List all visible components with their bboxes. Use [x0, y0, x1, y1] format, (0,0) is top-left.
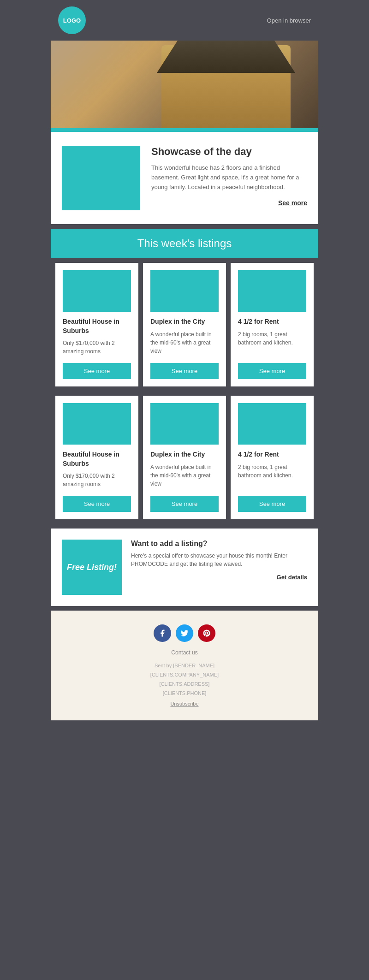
listings-title: This week's listings — [137, 237, 232, 249]
listings-grid-row2: Beautiful House in Suburbs Only $170,000… — [51, 391, 318, 524]
listing-btn-5[interactable]: See more — [150, 496, 219, 512]
hero-roof — [157, 41, 295, 73]
sender-name: Sent by [SENDER_NAME] — [60, 661, 309, 671]
listing-title-5: Duplex in the City — [150, 450, 219, 459]
open-browser-link[interactable]: Open in browser — [267, 17, 311, 24]
listing-image-1 — [63, 270, 131, 312]
unsubscribe-link[interactable]: Unsubscribe — [60, 701, 309, 707]
footer-info: Sent by [SENDER_NAME] [CLIENTS.COMPANY_N… — [60, 661, 309, 698]
pinterest-icon[interactable] — [198, 624, 215, 642]
showcase-description: This wonderful house has 2 floors and a … — [151, 163, 307, 192]
listing-image-2 — [150, 270, 219, 312]
free-listing-box: Free Listing! — [62, 540, 122, 595]
logo: LOGO — [58, 6, 86, 34]
listing-card-4: Beautiful House in Suburbs Only $170,000… — [55, 396, 138, 519]
listing-title-4: Beautiful House in Suburbs — [63, 450, 131, 468]
showcase-title: Showcase of the day — [151, 146, 307, 158]
listing-title-6: 4 1/2 for Rent — [238, 450, 306, 459]
phone: [CLIENTS.PHONE] — [60, 689, 309, 698]
showcase-image — [62, 146, 140, 210]
showcase-see-more[interactable]: See more — [151, 199, 307, 207]
address: [CLIENTS.ADDRESS] — [60, 680, 309, 689]
listings-header: This week's listings — [51, 229, 318, 258]
listing-btn-3[interactable]: See more — [238, 363, 306, 379]
listing-desc-2: A wonderful place built in the mid-60's … — [150, 330, 219, 356]
listing-card-5: Duplex in the City A wonderful place bui… — [143, 396, 226, 519]
listing-title-2: Duplex in the City — [150, 317, 219, 327]
listing-title-3: 4 1/2 for Rent — [238, 317, 306, 327]
listing-btn-4[interactable]: See more — [63, 496, 131, 512]
listing-btn-6[interactable]: See more — [238, 496, 306, 512]
twitter-icon[interactable] — [176, 624, 193, 642]
listing-card-2: Duplex in the City A wonderful place bui… — [143, 263, 226, 386]
free-listing-content: Want to add a listing? Here's a special … — [131, 540, 307, 581]
teal-divider — [51, 128, 318, 132]
listing-btn-2[interactable]: See more — [150, 363, 219, 379]
listing-image-5 — [150, 403, 219, 445]
free-listing-title: Want to add a listing? — [131, 540, 307, 548]
free-listing-description: Here's a special offer to showcase your … — [131, 552, 307, 568]
showcase-content: Showcase of the day This wonderful house… — [151, 146, 307, 207]
facebook-icon[interactable] — [154, 624, 171, 642]
get-details-link[interactable]: Get details — [131, 574, 307, 581]
listing-image-6 — [238, 403, 306, 445]
listing-card-3: 4 1/2 for Rent 2 big rooms, 1 great bath… — [231, 263, 314, 386]
listing-title-1: Beautiful House in Suburbs — [63, 317, 131, 335]
listings-grid-row1: Beautiful House in Suburbs Only $170,000… — [51, 258, 318, 391]
listing-card-1: Beautiful House in Suburbs Only $170,000… — [55, 263, 138, 386]
listing-btn-1[interactable]: See more — [63, 363, 131, 379]
listing-desc-1: Only $170,000 with 2 amazing rooms — [63, 339, 131, 356]
footer: Contact us Sent by [SENDER_NAME] [CLIENT… — [51, 611, 318, 720]
showcase-section: Showcase of the day This wonderful house… — [51, 132, 318, 224]
hero-image — [51, 41, 318, 128]
listing-image-3 — [238, 270, 306, 312]
listing-desc-4: Only $170,000 with 2 amazing rooms — [63, 472, 131, 488]
company-name: [CLIENTS.COMPANY_NAME] — [60, 671, 309, 680]
header: LOGO Open in browser — [51, 0, 318, 41]
listing-image-4 — [63, 403, 131, 445]
listing-desc-5: A wonderful place built in the mid-60's … — [150, 463, 219, 489]
free-listing-section: Free Listing! Want to add a listing? Her… — [51, 529, 318, 606]
social-icons — [60, 624, 309, 642]
listing-card-6: 4 1/2 for Rent 2 big rooms, 1 great bath… — [231, 396, 314, 519]
email-wrapper: LOGO Open in browser Showcase of the day… — [51, 0, 318, 980]
footer-contact[interactable]: Contact us — [60, 649, 309, 656]
listing-desc-6: 2 big rooms, 1 great bathroom and kitche… — [238, 463, 306, 489]
listing-desc-3: 2 big rooms, 1 great bathroom and kitche… — [238, 330, 306, 356]
